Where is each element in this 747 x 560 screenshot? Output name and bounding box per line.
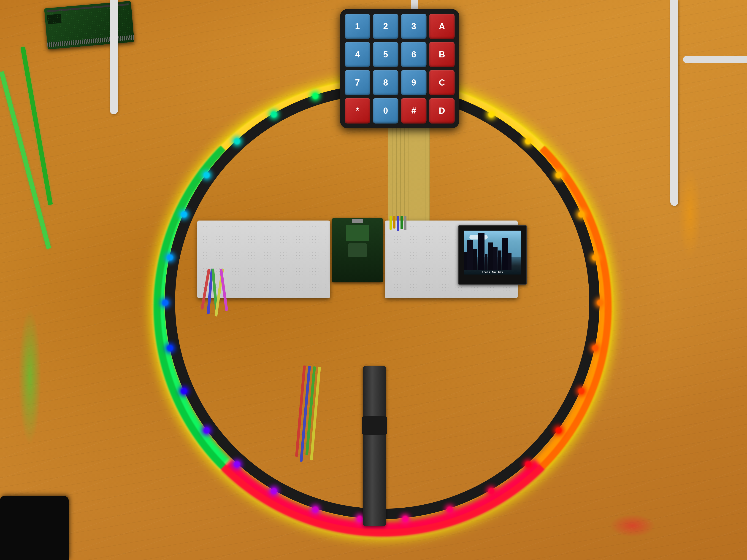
led-26 — [312, 93, 318, 99]
led-4 — [592, 255, 598, 261]
buildings — [464, 233, 521, 270]
led-1 — [525, 138, 531, 144]
tft-screen: Press Any Key — [464, 231, 521, 274]
led-12 — [402, 516, 409, 522]
led-14 — [312, 506, 318, 513]
led-13 — [357, 516, 363, 522]
led-8 — [555, 427, 562, 434]
key-8[interactable]: 8 — [373, 70, 398, 96]
key-B[interactable]: B — [429, 42, 455, 67]
tft-display: Press Any Key ILI9341 — [458, 225, 527, 285]
led-21 — [167, 255, 173, 261]
led-24 — [234, 138, 240, 144]
key-*[interactable]: * — [345, 98, 370, 124]
key-#[interactable]: # — [401, 98, 427, 124]
building — [464, 251, 467, 270]
key-6[interactable]: 6 — [401, 42, 427, 67]
usb-cable — [363, 366, 386, 526]
white-cable-right-long — [670, 0, 678, 206]
key-3[interactable]: 3 — [401, 14, 427, 39]
led-23 — [203, 172, 210, 178]
esp32-led-red — [355, 246, 360, 250]
key-1[interactable]: 1 — [345, 14, 370, 39]
building-tall — [478, 233, 485, 270]
led-2 — [555, 172, 562, 178]
key-0[interactable]: 0 — [373, 98, 398, 124]
building — [508, 253, 512, 270]
building — [502, 238, 508, 270]
led-6 — [592, 345, 598, 351]
key-9[interactable]: 9 — [401, 70, 427, 96]
led-7 — [578, 388, 585, 394]
pcb-module-top-left — [44, 1, 134, 49]
led-22 — [181, 211, 187, 217]
esp32-module — [346, 225, 369, 241]
led-15 — [271, 488, 277, 494]
wire-blue-top — [397, 216, 399, 231]
wire-gray-top — [404, 216, 407, 230]
led-11 — [446, 506, 453, 513]
black-device — [0, 496, 69, 560]
white-cable-left-long — [110, 0, 118, 114]
key-5[interactable]: 5 — [373, 42, 398, 67]
building — [493, 247, 497, 270]
led-5 — [597, 300, 603, 306]
led-17 — [203, 427, 210, 434]
key-2[interactable]: 2 — [373, 14, 398, 39]
building — [467, 240, 473, 270]
led-18 — [181, 388, 187, 394]
wire-green-top — [401, 216, 403, 229]
key-4[interactable]: 4 — [345, 42, 370, 67]
pcb-chip — [47, 14, 61, 24]
led-0 — [488, 111, 495, 118]
white-cable-right — [683, 56, 747, 63]
usb-connector — [362, 416, 387, 435]
led-20 — [162, 300, 169, 306]
wire-orange-top — [393, 216, 395, 229]
key-D[interactable]: D — [429, 98, 455, 124]
led-9 — [525, 461, 531, 468]
key-C[interactable]: C — [429, 70, 455, 96]
key-7[interactable]: 7 — [345, 70, 370, 96]
led-10 — [488, 488, 495, 494]
breadboard-assembly: Press Any Key ILI9341 — [197, 214, 518, 305]
led-16 — [234, 461, 240, 468]
breadboard-right: Press Any Key ILI9341 — [385, 220, 518, 298]
key-A[interactable]: A — [429, 14, 455, 39]
esp32-antenna — [352, 219, 363, 223]
breadboard-left — [197, 220, 330, 298]
jumper-wires — [204, 269, 225, 317]
led-3 — [578, 211, 585, 217]
esp32-microcontroller — [332, 218, 383, 282]
building — [485, 254, 487, 270]
wire-yellow-top — [389, 216, 392, 230]
building — [498, 250, 501, 270]
building — [473, 249, 478, 270]
led-25 — [271, 111, 277, 118]
top-wires — [389, 216, 407, 231]
press-any-key-text: Press Any Key — [464, 271, 521, 274]
building — [488, 242, 493, 270]
keypad: 123A456B789C*0#D — [340, 9, 459, 128]
led-19 — [167, 345, 173, 351]
